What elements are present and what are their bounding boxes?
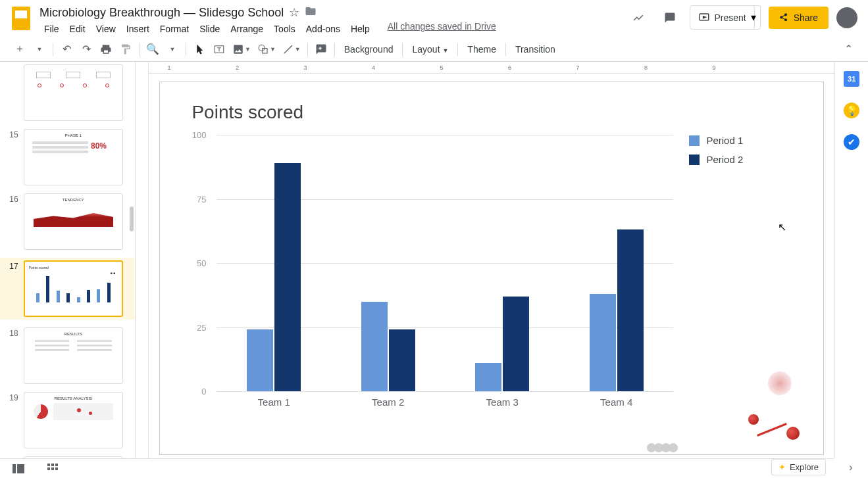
document-title[interactable]: Microbiology Breakthrough — Slidesgo Sch… (39, 6, 284, 20)
legend-item: Period 2 (689, 154, 792, 165)
star-icon[interactable]: ☆ (289, 5, 299, 20)
chart-title: Points scored (191, 102, 792, 123)
toolbar: ＋ ▼ ↶ ↷ 🔍 ▼ ▼ ▼ ▼ Background Layout ▼ Th… (0, 37, 868, 62)
thumbnail-panel[interactable]: 15 PHASE 180% 16 TENDENCY 17 Points scor… (0, 62, 135, 458)
present-button[interactable]: Present (690, 5, 754, 30)
svg-point-3 (259, 45, 265, 51)
menu-view[interactable]: View (91, 21, 120, 37)
slide-thumb[interactable]: 15 PHASE 180% (8, 129, 123, 185)
tasks-icon[interactable]: ✔ (844, 134, 859, 150)
legend-swatch-icon (689, 155, 700, 165)
paint-format-button[interactable] (116, 40, 135, 59)
gridline (217, 391, 673, 392)
side-panel: 31 💡 ✔ (834, 62, 868, 458)
svg-rect-7 (17, 464, 24, 473)
redo-button[interactable]: ↷ (77, 40, 95, 59)
x-tick-label: Team 2 (372, 396, 404, 408)
menu-insert[interactable]: Insert (122, 21, 154, 37)
y-tick-label: 50 (197, 258, 206, 268)
move-folder-icon[interactable] (305, 5, 317, 20)
svg-rect-9 (51, 464, 54, 466)
undo-button[interactable]: ↶ (57, 40, 76, 59)
menu-format[interactable]: Format (155, 21, 193, 37)
y-tick-label: 100 (192, 130, 207, 140)
new-slide-button[interactable]: ＋ (11, 40, 29, 59)
zoom-dropdown[interactable]: ▼ (163, 40, 182, 59)
chart-bar (617, 229, 644, 391)
slide-thumb[interactable] (8, 64, 123, 121)
print-button[interactable] (97, 40, 115, 59)
svg-rect-11 (47, 467, 50, 470)
comment-add-button[interactable] (312, 40, 330, 59)
svg-rect-6 (13, 464, 16, 473)
chart-plot: 0255075100 Team 1Team 2Team 3Team 4 (191, 135, 673, 411)
calendar-icon[interactable]: 31 (844, 71, 859, 87)
x-tick-label: Team 4 (600, 396, 632, 408)
chart-bar (389, 329, 415, 391)
decoration-atom (748, 414, 759, 425)
x-tick-label: Team 1 (258, 396, 290, 408)
new-slide-dropdown[interactable]: ▼ (30, 40, 49, 59)
share-label: Share (794, 12, 818, 23)
decoration-molecule (647, 441, 693, 454)
shape-tool[interactable]: ▼ (255, 40, 278, 59)
layout-button[interactable]: Layout ▼ (407, 44, 453, 55)
select-tool[interactable] (190, 40, 209, 59)
textbox-tool[interactable] (210, 40, 228, 59)
grid-view-icon[interactable] (43, 460, 62, 478)
slide-thumb[interactable]: 18 RESULTS (8, 327, 123, 384)
chart-bar (247, 329, 273, 391)
chart-bar (274, 163, 301, 391)
menu-slide[interactable]: Slide (195, 21, 224, 37)
svg-rect-13 (55, 467, 58, 470)
zoom-button[interactable]: 🔍 (143, 40, 162, 59)
expand-side-panel-button[interactable]: › (836, 460, 865, 475)
comments-icon[interactable] (658, 6, 682, 30)
legend-item: Period 1 (689, 135, 792, 146)
present-label: Present (714, 12, 746, 23)
svg-rect-12 (51, 467, 54, 470)
y-tick-label: 75 (197, 194, 206, 204)
bar-group: Team 4 (584, 229, 650, 391)
filmstrip-view-icon[interactable] (9, 460, 28, 478)
slide-thumb[interactable]: 16 TENDENCY (8, 193, 123, 250)
vertical-ruler (135, 62, 149, 458)
bar-group: Team 3 (469, 297, 535, 391)
menu-arrange[interactable]: Arrange (226, 21, 268, 37)
share-button[interactable]: Share (769, 7, 829, 29)
decoration-bond (757, 423, 788, 437)
svg-rect-10 (55, 464, 58, 466)
chart-bar (361, 302, 388, 392)
keep-icon[interactable]: 💡 (844, 103, 859, 118)
chart-legend: Period 1 Period 2 (673, 135, 792, 411)
transition-button[interactable]: Transition (510, 44, 561, 55)
footer: ✦ Explore (0, 458, 834, 478)
app-logo[interactable] (8, 5, 34, 32)
chart-bar (590, 294, 616, 391)
menu-help[interactable]: Help (346, 21, 374, 37)
slide-thumb-selected[interactable]: 17 Points scored ■ ■ (0, 258, 135, 320)
menu-addons[interactable]: Add-ons (301, 21, 345, 37)
bar-group: Team 1 (241, 163, 307, 391)
explore-button[interactable]: ✦ Explore (771, 459, 826, 475)
line-tool[interactable]: ▼ (280, 40, 303, 59)
menu-bar: File Edit View Insert Format Slide Arran… (39, 21, 626, 37)
y-tick-label: 25 (197, 322, 206, 332)
save-status[interactable]: All changes saved in Drive (388, 21, 496, 37)
present-dropdown[interactable]: ▾ (747, 5, 761, 30)
image-tool[interactable]: ▼ (230, 40, 253, 59)
menu-edit[interactable]: Edit (65, 21, 90, 37)
menu-file[interactable]: File (39, 21, 64, 37)
background-button[interactable]: Background (339, 44, 399, 55)
bar-group: Team 2 (355, 302, 421, 392)
menu-tools[interactable]: Tools (269, 21, 300, 37)
legend-swatch-icon (689, 135, 700, 146)
collapse-toolbar-button[interactable]: ⌃ (839, 40, 857, 59)
theme-button[interactable]: Theme (462, 44, 501, 55)
activity-dashboard-icon[interactable] (626, 6, 650, 30)
slide-thumb[interactable]: 19 RESULTS ANALYSIS (8, 392, 123, 448)
account-avatar[interactable] (836, 7, 857, 28)
horizontal-ruler: 1 2 3 4 5 6 7 8 9 (149, 62, 834, 74)
scrollbar-thumb[interactable] (130, 206, 134, 231)
slide-canvas[interactable]: Points scored 0255075100 Team 1Team 2Tea… (159, 82, 824, 455)
